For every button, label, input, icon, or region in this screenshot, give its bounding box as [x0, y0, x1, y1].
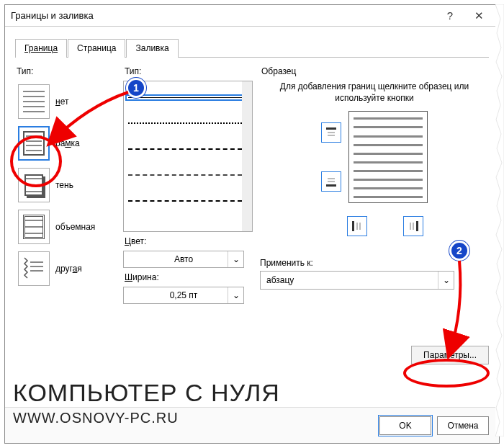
setting-3d-label: объемная	[55, 222, 95, 232]
svg-rect-7	[328, 181, 335, 182]
preview-label: Образец	[261, 66, 489, 76]
setting-shadow-label: тень	[55, 180, 73, 190]
preview-column: Образец Для добавления границ щелкните о…	[260, 62, 489, 387]
cancel-button[interactable]: Отмена	[437, 416, 489, 435]
style-solid[interactable]	[128, 84, 242, 110]
border-top-button[interactable]	[321, 122, 341, 143]
help-button[interactable]: ?	[436, 9, 464, 22]
options-label: Параметры...	[423, 350, 477, 360]
chevron-down-icon: ⌄	[438, 272, 454, 289]
setting-3d-icon	[18, 210, 50, 244]
setting-box[interactable]: рамка	[15, 122, 116, 164]
svg-rect-12	[410, 223, 411, 230]
setting-3d[interactable]: объемная	[15, 206, 116, 248]
style-dashed-m[interactable]	[128, 162, 242, 188]
preview-hint: Для добавления границ щелкните образец и…	[277, 81, 472, 104]
setting-shadow[interactable]: тень	[15, 164, 116, 206]
svg-rect-5	[328, 135, 335, 136]
setting-shadow-icon	[18, 168, 50, 202]
style-dotted[interactable]	[128, 110, 242, 136]
preview-box[interactable]	[348, 111, 428, 203]
border-left-button[interactable]	[347, 216, 367, 236]
color-value: Авто	[174, 254, 193, 264]
border-bottom-button[interactable]	[321, 171, 341, 192]
setting-none[interactable]: нет	[15, 81, 116, 122]
apply-value: абзацу	[266, 275, 294, 285]
width-combo[interactable]: 0,25 пт ⌄	[123, 287, 244, 304]
setting-none-label: нет	[55, 97, 68, 107]
borders-dialog: Границы и заливка ? ✕ Граница Страница З…	[4, 4, 500, 444]
style-label: Тип:	[125, 66, 253, 76]
close-button[interactable]: ✕	[464, 9, 493, 22]
setting-label: Тип:	[17, 66, 116, 76]
chevron-down-icon: ⌄	[228, 287, 243, 303]
tab-page[interactable]: Страница	[68, 39, 125, 58]
border-right-button[interactable]	[403, 216, 423, 236]
width-value: 0,25 пт	[170, 290, 198, 300]
color-combo[interactable]: Авто ⌄	[123, 251, 244, 268]
torn-edge	[495, 4, 504, 436]
dialog-title: Границы и заливка	[11, 10, 436, 21]
width-label: Ширина:	[125, 272, 253, 282]
svg-rect-13	[413, 223, 414, 230]
style-scrollbar[interactable]	[242, 81, 252, 231]
tab-fill[interactable]: Заливка	[126, 39, 178, 58]
options-button[interactable]: Параметры...	[411, 346, 489, 364]
apply-label: Применить к:	[260, 258, 489, 268]
svg-rect-4	[328, 132, 335, 133]
setting-column: Тип: нет рамка тень	[15, 62, 116, 387]
titlebar: Границы и заливка ? ✕	[5, 5, 499, 27]
setting-custom-icon	[18, 251, 50, 286]
setting-custom-label: другая	[55, 264, 82, 274]
svg-rect-6	[328, 178, 335, 179]
svg-rect-8	[326, 184, 336, 187]
setting-custom[interactable]: другая	[15, 248, 116, 290]
ok-button[interactable]: OK	[379, 416, 431, 435]
style-dashed-s[interactable]	[128, 136, 242, 162]
color-label: Цвет:	[125, 236, 253, 246]
style-list[interactable]	[123, 81, 253, 232]
setting-none-icon	[18, 84, 50, 119]
tab-strip: Граница Страница Заливка	[5, 38, 499, 57]
apply-combo[interactable]: абзацу ⌄	[260, 271, 454, 290]
svg-rect-3	[326, 127, 336, 130]
setting-box-label: рамка	[55, 138, 80, 148]
tab-border[interactable]: Граница	[15, 39, 67, 58]
dialog-footer: OK Отмена	[5, 407, 499, 443]
svg-rect-14	[416, 221, 418, 231]
chevron-down-icon: ⌄	[228, 251, 243, 267]
style-dashdot[interactable]	[128, 188, 242, 214]
style-column: Тип: Цвет: Авто ⌄ Ширина: 0,25 пт ⌄	[123, 62, 253, 387]
svg-rect-9	[352, 221, 354, 231]
svg-rect-10	[356, 223, 358, 230]
setting-box-icon	[18, 126, 50, 161]
svg-rect-11	[359, 223, 361, 230]
